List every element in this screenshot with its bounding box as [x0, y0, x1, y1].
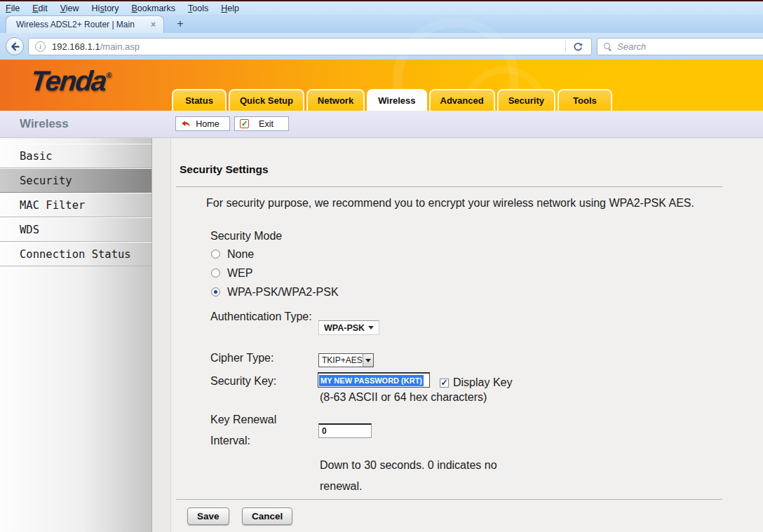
- security-key-hint: (8-63 ASCII or 64 hex characters): [320, 387, 487, 408]
- cipher-type-select[interactable]: TKIP+AES: [318, 353, 374, 367]
- sidebar: Basic Security MAC Filter WDS Connection…: [0, 138, 152, 532]
- home-arrow-icon: [181, 120, 191, 128]
- menu-tools[interactable]: Tools: [188, 4, 208, 13]
- tab-status[interactable]: Status: [172, 89, 227, 111]
- key-renewal-label: Key Renewal Interval:: [210, 409, 295, 451]
- router-nav-tabs: Status Quick Setup Network Wireless Adva…: [172, 89, 612, 111]
- browser-tab-title: Wireless ADSL2+ Router | Main: [16, 20, 149, 29]
- select-arrow-button[interactable]: [363, 354, 373, 367]
- tab-wireless[interactable]: Wireless: [367, 89, 426, 111]
- security-mode-label: Security Mode: [210, 226, 282, 247]
- main-content: Security Settings For security purpose, …: [170, 138, 763, 532]
- divider: [176, 186, 722, 187]
- radio-wep[interactable]: WEP: [211, 264, 252, 282]
- new-tab-button[interactable]: +: [171, 17, 189, 32]
- router-banner: Tenda® Status Quick Setup Network Wirele…: [0, 60, 763, 111]
- reload-button[interactable]: [569, 41, 586, 53]
- save-button[interactable]: Save: [187, 507, 229, 525]
- radio-none[interactable]: None: [211, 245, 254, 264]
- url-path: /main.asp: [100, 41, 140, 52]
- cancel-button[interactable]: Cancel: [242, 507, 292, 525]
- tab-network[interactable]: Network: [306, 89, 365, 111]
- browser-navigation-bar: i 192.168.1.1/main.asp Search: [0, 33, 763, 60]
- reload-icon: [573, 42, 583, 52]
- back-arrow-icon: [10, 41, 20, 52]
- tab-security[interactable]: Security: [497, 89, 555, 111]
- exit-button[interactable]: ✓ Exit: [234, 116, 289, 131]
- key-renewal-hint: Down to 30 seconds. 0 indicates no renew…: [320, 455, 520, 497]
- registered-mark: ®: [106, 71, 112, 79]
- page-title: Security Settings: [180, 163, 269, 176]
- chevron-down-icon: [368, 326, 374, 329]
- sidebar-item-mac-filter[interactable]: MAC Filter: [0, 193, 151, 217]
- page-info-icon[interactable]: i: [35, 41, 46, 52]
- search-box[interactable]: Search: [597, 38, 763, 55]
- sidebar-item-security[interactable]: Security: [0, 168, 151, 193]
- search-placeholder: Search: [617, 41, 646, 52]
- security-key-selected-text: MY NEW PASSWORD (KRT): [319, 375, 424, 386]
- url-text: 192.168.1.1/main.asp: [52, 41, 140, 52]
- menu-edit[interactable]: Edit: [32, 4, 48, 13]
- divider: [176, 499, 722, 500]
- sidebar-item-wds[interactable]: WDS: [0, 217, 151, 242]
- menu-history[interactable]: History: [92, 4, 119, 13]
- close-tab-icon[interactable]: ×: [149, 20, 158, 29]
- section-header-bar: Wireless Home ✓ Exit: [0, 111, 763, 138]
- radio-wpa-psk-wpa2-psk[interactable]: WPA-PSK/WPA2-PSK: [211, 282, 339, 301]
- page-body: Basic Security MAC Filter WDS Connection…: [0, 138, 763, 532]
- menu-view[interactable]: View: [60, 4, 79, 13]
- browser-tab[interactable]: Wireless ADSL2+ Router | Main ×: [6, 15, 164, 33]
- tab-tools[interactable]: Tools: [558, 89, 612, 111]
- menu-file[interactable]: File: [6, 4, 20, 13]
- urlbar-divider: [565, 41, 566, 53]
- cipher-type-label: Cipher Type:: [210, 348, 274, 369]
- browser-window: File Edit View History Bookmarks Tools H…: [0, 0, 763, 532]
- home-button[interactable]: Home: [175, 116, 230, 131]
- checkbox-icon: ✓: [440, 378, 449, 388]
- chevron-down-icon: [365, 359, 371, 362]
- menu-help[interactable]: Help: [221, 4, 239, 13]
- security-key-input[interactable]: MY NEW PASSWORD (KRT): [318, 372, 430, 388]
- security-key-label: Security Key:: [210, 371, 276, 392]
- browser-tab-bar: Wireless ADSL2+ Router | Main × +: [0, 15, 763, 33]
- tenda-logo: Tenda®: [29, 65, 113, 97]
- section-title: Wireless: [20, 117, 69, 131]
- intro-text: For security purpose, we recommend you t…: [206, 197, 694, 210]
- back-button[interactable]: [6, 37, 24, 55]
- radio-button-icon: [211, 268, 220, 278]
- key-renewal-input[interactable]: 0: [318, 423, 372, 438]
- tab-advanced[interactable]: Advanced: [429, 89, 495, 111]
- tab-quick-setup[interactable]: Quick Setup: [229, 89, 304, 111]
- url-host: 192.168.1.1: [52, 41, 100, 52]
- radio-button-icon: [211, 250, 220, 259]
- auth-type-label: Authentication Type:: [210, 306, 316, 327]
- auth-type-select[interactable]: WPA-PSK: [318, 320, 379, 335]
- radio-button-icon: [211, 287, 220, 296]
- sidebar-item-basic[interactable]: Basic: [0, 144, 151, 168]
- exit-checkbox-icon: ✓: [240, 119, 249, 128]
- browser-menu-bar: File Edit View History Bookmarks Tools H…: [0, 1, 763, 15]
- sidebar-item-connection-status[interactable]: Connection Status: [0, 242, 151, 266]
- menu-bookmarks[interactable]: Bookmarks: [132, 4, 176, 13]
- search-icon: [604, 43, 612, 50]
